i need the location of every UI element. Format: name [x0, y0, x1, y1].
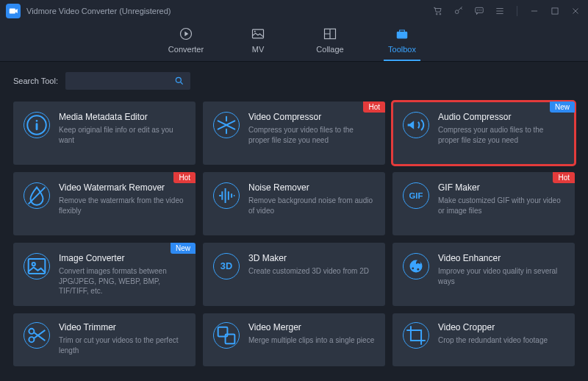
svg-rect-13 [397, 32, 406, 38]
tool-title: Image Converter [59, 253, 187, 263]
svg-point-21 [412, 267, 414, 269]
tool-card-3d-maker[interactable]: 3D3D MakerCreate customized 3D video fro… [203, 243, 385, 306]
tool-desc: Improve your video quality in several wa… [438, 266, 566, 286]
tool-card-gif-maker[interactable]: HotGIFGIF MakerMake customized GIF with … [392, 172, 575, 235]
tab-collage[interactable]: Collage [312, 26, 348, 61]
tool-desc: Make customized GIF with your video or i… [438, 196, 566, 216]
tab-label: Converter [168, 45, 204, 54]
media-metadata-editor-icon [24, 112, 50, 138]
mv-icon [251, 26, 265, 41]
video-compressor-icon [213, 112, 240, 138]
tool-card-video-merger[interactable]: Video MergerMerge multiple clips into a … [203, 313, 385, 366]
tool-desc: Compress your video files to the proper … [248, 125, 376, 145]
tool-card-image-converter[interactable]: NewImage ConverterConvert images formats… [13, 243, 196, 306]
svg-point-5 [477, 10, 478, 11]
search-box[interactable] [65, 72, 190, 90]
noise-remover-icon [213, 182, 240, 209]
feedback-icon[interactable] [474, 6, 484, 16]
hot-badge: Hot [173, 172, 196, 183]
tool-desc: Create customized 3D video from 2D [248, 266, 369, 277]
tab-label: Collage [316, 45, 343, 54]
tab-label: MV [252, 45, 265, 54]
search-row: Search Tool: [0, 62, 588, 97]
svg-text:GIF: GIF [409, 191, 423, 200]
tab-converter[interactable]: Converter [168, 26, 204, 61]
tool-title: Video Enhancer [438, 253, 566, 263]
hot-badge: Hot [553, 172, 575, 183]
svg-rect-0 [10, 9, 15, 14]
tool-card-video-trimmer[interactable]: Video TrimmerTrim or cut your videos to … [13, 313, 196, 366]
svg-point-24 [29, 337, 34, 342]
tools-grid: Media Metadata EditorKeep original file … [0, 97, 588, 380]
tool-desc: Compress your audio files to the proper … [438, 125, 566, 145]
cart-icon[interactable] [433, 6, 443, 16]
tab-mv[interactable]: MV [240, 26, 276, 61]
maximize-button[interactable] [550, 6, 560, 16]
video-trimmer-icon [24, 322, 50, 349]
3d-maker-icon: 3D [213, 253, 240, 279]
tool-card-audio-compressor[interactable]: NewAudio CompressorCompress your audio f… [392, 102, 575, 165]
gif-maker-icon: GIF [403, 182, 429, 209]
svg-point-23 [29, 329, 34, 334]
tool-title: Video Merger [248, 322, 374, 332]
tool-title: Video Watermark Remover [59, 182, 187, 193]
new-badge: New [171, 243, 196, 254]
tool-title: Media Metadata Editor [59, 112, 187, 122]
tool-title: GIF Maker [438, 182, 566, 193]
tool-title: Noise Remover [248, 182, 376, 193]
search-label: Search Tool: [13, 76, 58, 85]
tool-desc: Remove background noise from audio of vi… [248, 196, 376, 216]
video-watermark-remover-icon [24, 182, 50, 209]
svg-point-7 [481, 10, 481, 11]
hot-badge: Hot [363, 102, 385, 113]
image-converter-icon [24, 253, 50, 279]
video-cropper-icon [403, 322, 429, 349]
collage-icon [323, 26, 337, 41]
tool-card-video-cropper[interactable]: Video CropperCrop the redundant video fo… [392, 313, 575, 366]
svg-rect-17 [29, 259, 46, 274]
close-button[interactable] [570, 6, 581, 16]
menu-icon[interactable] [495, 6, 505, 16]
svg-point-22 [417, 268, 419, 271]
tool-card-video-watermark-remover[interactable]: HotVideo Watermark RemoverRemove the wat… [13, 172, 196, 235]
main-tabbar: Converter MV Collage Toolbox [0, 22, 588, 62]
video-merger-icon [213, 322, 240, 349]
tool-card-noise-remover[interactable]: Noise RemoverRemove background noise fro… [203, 172, 385, 235]
tool-title: Video Trimmer [59, 322, 187, 332]
audio-compressor-icon [403, 112, 429, 138]
tab-label: Toolbox [388, 45, 416, 54]
tool-desc: Merge multiple clips into a single piece [248, 335, 374, 346]
window-controls [433, 6, 581, 16]
key-icon[interactable] [453, 6, 464, 16]
tool-title: Video Cropper [438, 322, 548, 332]
video-enhancer-icon [403, 253, 429, 279]
app-title: Vidmore Video Converter (Unregistered) [26, 7, 171, 15]
tool-desc: Crop the redundant video footage [438, 335, 548, 346]
divider [517, 6, 517, 16]
svg-point-14 [176, 77, 181, 82]
toolbox-icon [395, 26, 409, 41]
tool-desc: Convert images formats between JPG/JPEG,… [59, 266, 187, 296]
tool-desc: Remove the watermark from the video flex… [59, 196, 187, 216]
converter-icon [179, 26, 193, 41]
svg-point-1 [436, 13, 437, 15]
tool-card-media-metadata-editor[interactable]: Media Metadata EditorKeep original file … [13, 102, 196, 165]
tool-title: Video Compressor [248, 112, 376, 122]
new-badge: New [550, 102, 575, 113]
tool-card-video-enhancer[interactable]: Video EnhancerImprove your video quality… [392, 243, 575, 306]
svg-point-18 [32, 263, 35, 266]
tool-title: 3D Maker [248, 253, 369, 263]
svg-point-6 [479, 10, 480, 11]
svg-point-3 [455, 10, 459, 14]
titlebar: Vidmore Video Converter (Unregistered) [0, 0, 588, 22]
svg-rect-8 [552, 8, 558, 14]
svg-point-11 [254, 31, 256, 32]
minimize-button[interactable] [529, 6, 539, 16]
search-input[interactable] [71, 76, 174, 85]
svg-point-2 [440, 13, 441, 15]
tool-title: Audio Compressor [438, 112, 566, 122]
tool-card-video-compressor[interactable]: HotVideo CompressorCompress your video f… [203, 102, 385, 165]
tool-desc: Keep original file info or edit as you w… [59, 125, 187, 145]
svg-text:3D: 3D [220, 260, 232, 271]
tab-toolbox[interactable]: Toolbox [384, 26, 420, 61]
